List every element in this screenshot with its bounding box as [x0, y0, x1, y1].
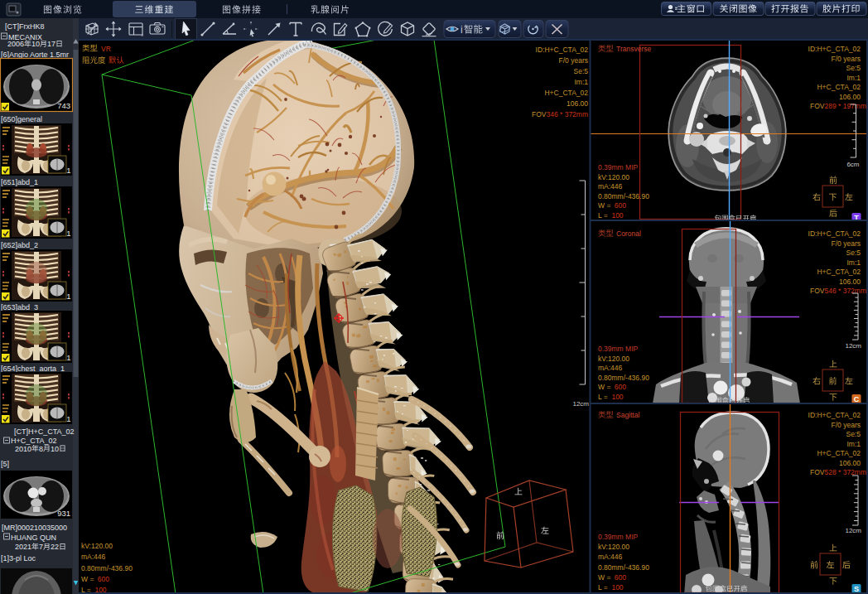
- svg-text:0.80mm/-436.90: 0.80mm/-436.90: [598, 563, 649, 572]
- svg-text:F/0 years: F/0 years: [832, 421, 861, 429]
- svg-text:[653]abd_3: [653]abd_3: [1, 303, 38, 311]
- svg-text:100: 100: [611, 393, 623, 401]
- svg-text:289 * 197mm: 289 * 197mm: [824, 102, 866, 110]
- svg-text:0.39mm MIP: 0.39mm MIP: [598, 533, 639, 541]
- svg-text:0.80mm/-436.90: 0.80mm/-436.90: [81, 564, 133, 572]
- svg-text:mA:446: mA:446: [81, 553, 106, 561]
- svg-text:600: 600: [98, 575, 109, 583]
- svg-text:100: 100: [611, 211, 623, 220]
- svg-text:0.39mm MIP: 0.39mm MIP: [598, 345, 639, 353]
- svg-text:22: 22: [51, 543, 59, 551]
- svg-text:L =: L =: [598, 393, 608, 401]
- svg-text:10: 10: [31, 40, 40, 48]
- svg-text:[CT]FrxHK8: [CT]FrxHK8: [5, 22, 45, 31]
- svg-text:[652]abd_2: [652]abd_2: [1, 241, 38, 249]
- svg-text:kV:120.00: kV:120.00: [598, 543, 629, 551]
- svg-text:12cm: 12cm: [572, 400, 589, 408]
- svg-text:kV:120.00: kV:120.00: [81, 542, 113, 550]
- svg-text:FOV: FOV: [810, 102, 825, 110]
- svg-text:106.00: 106.00: [567, 99, 588, 108]
- svg-text:F/0 years: F/0 years: [832, 55, 861, 63]
- svg-text:W =: W =: [598, 201, 610, 210]
- svg-text:600: 600: [615, 573, 626, 582]
- svg-text:600: 600: [615, 201, 626, 210]
- svg-text:H+C_CTA_02: H+C_CTA_02: [817, 449, 861, 457]
- svg-text:528 * 372mm: 528 * 372mm: [824, 468, 866, 476]
- svg-text:6cm: 6cm: [846, 161, 859, 168]
- svg-text:L =: L =: [598, 211, 608, 220]
- svg-text:ID:H+C_CTA_02: ID:H+C_CTA_02: [536, 46, 589, 54]
- svg-text:L =: L =: [598, 583, 608, 592]
- svg-text:FOV: FOV: [810, 468, 825, 476]
- svg-text:F/0 years: F/0 years: [832, 239, 861, 248]
- svg-text:Sagittal: Sagittal: [616, 411, 639, 419]
- svg-text:106.00: 106.00: [839, 93, 861, 101]
- svg-text:Im:1: Im:1: [846, 74, 861, 82]
- svg-text:Im:1: Im:1: [846, 440, 861, 448]
- svg-text:FOV: FOV: [532, 110, 547, 118]
- svg-text:Se:5: Se:5: [846, 64, 861, 72]
- svg-text:743: 743: [57, 101, 70, 110]
- svg-text:2021: 2021: [15, 543, 31, 551]
- svg-text:546 * 372mm: 546 * 372mm: [824, 287, 866, 295]
- svg-text:17: 17: [47, 40, 55, 48]
- svg-text:ID:H+C_CTA_02: ID:H+C_CTA_02: [808, 229, 861, 238]
- svg-text:106.00: 106.00: [839, 459, 861, 467]
- svg-text:931: 931: [57, 509, 70, 518]
- svg-text:ID:H+C_CTA_02: ID:H+C_CTA_02: [808, 411, 861, 419]
- svg-text:0.80mm/-436.90: 0.80mm/-436.90: [598, 374, 649, 382]
- svg-text:Transverse: Transverse: [616, 45, 651, 53]
- svg-text:[6]Angio Aorte 1.5mr: [6]Angio Aorte 1.5mr: [1, 51, 69, 59]
- svg-text:100: 100: [611, 583, 623, 592]
- svg-text:i: i: [461, 24, 463, 36]
- svg-text:H+C_CTA_02: H+C_CTA_02: [544, 89, 588, 97]
- svg-text:8: 8: [39, 445, 43, 453]
- svg-text:[651]abd_1: [651]abd_1: [1, 178, 38, 186]
- svg-text:mA:446: mA:446: [598, 364, 623, 372]
- svg-text:1: 1: [66, 292, 70, 301]
- svg-text:kV:120.00: kV:120.00: [598, 355, 629, 363]
- svg-text:2006: 2006: [7, 40, 24, 48]
- svg-text:7: 7: [39, 543, 43, 551]
- svg-text:[CT]H+C_CTA_02: [CT]H+C_CTA_02: [14, 427, 75, 436]
- svg-text:[MR]000210035000: [MR]000210035000: [2, 524, 67, 532]
- svg-text:346 * 372mm: 346 * 372mm: [546, 110, 588, 118]
- svg-text:Im:1: Im:1: [846, 258, 861, 267]
- svg-text:kV:120.00: kV:120.00: [598, 173, 629, 181]
- svg-text:10: 10: [51, 445, 59, 453]
- svg-text:0.39mm MIP: 0.39mm MIP: [598, 163, 639, 171]
- svg-text:mA:446: mA:446: [598, 182, 623, 191]
- svg-text:600: 600: [615, 383, 626, 391]
- svg-text:W =: W =: [81, 575, 94, 583]
- svg-text:mA:446: mA:446: [598, 553, 623, 561]
- svg-text:F/0 years: F/0 years: [559, 56, 588, 65]
- svg-text:[654]chest_aorta_1: [654]chest_aorta_1: [1, 365, 65, 373]
- svg-text:106.00: 106.00: [839, 278, 861, 286]
- svg-text:0.80mm/-436.90: 0.80mm/-436.90: [598, 192, 649, 200]
- svg-text:S: S: [854, 585, 859, 593]
- svg-text:W =: W =: [598, 573, 610, 582]
- svg-text:Im:1: Im:1: [574, 78, 588, 86]
- svg-text:H+C_CTA_02: H+C_CTA_02: [817, 268, 861, 276]
- svg-text:Se:5: Se:5: [846, 249, 861, 257]
- svg-text:[1]3-pl Loc: [1]3-pl Loc: [1, 554, 36, 563]
- svg-text:1: 1: [66, 166, 70, 175]
- svg-text:2010: 2010: [15, 445, 31, 453]
- svg-text:Se:5: Se:5: [846, 430, 861, 438]
- svg-text:H+C_CTA_02: H+C_CTA_02: [11, 437, 57, 445]
- svg-text:C: C: [854, 395, 860, 403]
- svg-text:VR: VR: [101, 45, 111, 53]
- svg-text:12cm: 12cm: [845, 527, 861, 534]
- svg-text:HUANG QUN: HUANG QUN: [11, 534, 56, 542]
- svg-text:12cm: 12cm: [845, 342, 861, 350]
- svg-text:W =: W =: [598, 383, 610, 391]
- svg-text:FOV: FOV: [810, 287, 825, 295]
- svg-text:H+C_CTA_02: H+C_CTA_02: [817, 83, 861, 91]
- svg-text:Coronal: Coronal: [616, 229, 641, 238]
- svg-text:ID:H+C_CTA_02: ID:H+C_CTA_02: [808, 45, 861, 53]
- svg-text:1: 1: [66, 353, 70, 362]
- svg-text:1: 1: [66, 229, 70, 238]
- svg-text:[5]: [5]: [1, 460, 9, 468]
- svg-text:1: 1: [66, 414, 70, 423]
- svg-text:Se:5: Se:5: [574, 67, 589, 75]
